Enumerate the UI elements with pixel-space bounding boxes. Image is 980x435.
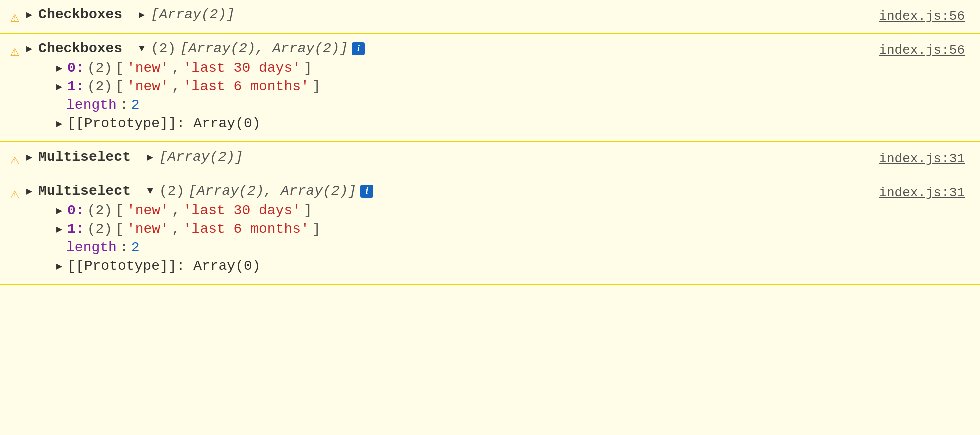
array-triangle-2[interactable]: ▼: [139, 43, 145, 54]
inline-content-1: ▶ Checkboxes ▶ [Array(2)]: [26, 7, 235, 22]
row-left-2: ⚠ ▶ Checkboxes ▼ (2) [Array(2), Array(2)…: [10, 41, 869, 132]
array-label-4: [Array(2), Array(2)]: [188, 184, 356, 199]
file-link-1[interactable]: index.js:56: [879, 9, 965, 24]
sub-row-length: length : 2: [26, 98, 365, 113]
array-label-3: [Array(2)]: [159, 150, 243, 165]
item-val-4-1-0: 'new': [127, 222, 169, 237]
bracket-open-4-1: [: [115, 222, 124, 237]
colon-length: :: [120, 98, 128, 113]
count-2: (2): [151, 41, 176, 56]
label-checkboxes-2: Checkboxes: [38, 41, 122, 56]
content-3: ▶ Multiselect ▶ [Array(2)]: [26, 150, 243, 165]
file-link-4[interactable]: index.js:31: [879, 186, 965, 200]
console-row-4: ⚠ ▶ Multiselect ▼ (2) [Array(2), Array(2…: [0, 176, 980, 285]
inline-content-2: ▶ Checkboxes ▼ (2) [Array(2), Array(2)] …: [26, 41, 365, 56]
info-badge-2: i: [352, 42, 365, 56]
console-row-3: ⚠ ▶ Multiselect ▶ [Array(2)] index.js:31: [0, 142, 980, 176]
comma-0: ,: [172, 60, 180, 76]
colon-length-4: :: [120, 240, 128, 256]
item-val-4-0-1: 'last 30 days': [183, 203, 301, 218]
array-label-2: [Array(2), Array(2)]: [180, 41, 348, 56]
item-val-1-0: 'new': [127, 79, 169, 94]
count-4: (2): [159, 184, 184, 199]
item-count-4-0: (2): [87, 203, 112, 218]
warning-icon-2: ⚠: [10, 42, 19, 60]
item-val-1-1: 'last 6 months': [183, 79, 309, 94]
row-left-1: ⚠ ▶ Checkboxes ▶ [Array(2)]: [10, 7, 869, 26]
prototype-text-4: [[Prototype]]: Array(0): [67, 258, 260, 274]
array-triangle-4[interactable]: ▼: [147, 186, 153, 197]
item-triangle-4-1[interactable]: ▶: [56, 223, 62, 236]
item-triangle-1[interactable]: ▶: [56, 80, 62, 93]
comma-4-1: ,: [172, 222, 180, 237]
item-triangle-4-0[interactable]: ▶: [56, 204, 62, 217]
separator-4: [135, 184, 143, 199]
console-row-2: ⚠ ▶ Checkboxes ▼ (2) [Array(2), Array(2)…: [0, 34, 980, 142]
item-count-1: (2): [87, 79, 112, 94]
bracket-close-0: ]: [304, 60, 312, 76]
sub-rows-4: ▶ 0: (2) [ 'new' , 'last 30 days' ] ▶ 1:…: [26, 203, 373, 274]
comma-4-0: ,: [172, 203, 180, 218]
file-link-3[interactable]: index.js:31: [879, 152, 965, 166]
comma-1: ,: [172, 79, 180, 94]
prototype-text: [[Prototype]]: Array(0): [67, 116, 260, 132]
label-checkboxes-1: Checkboxes: [38, 7, 122, 22]
sub-row-4-1: ▶ 1: (2) [ 'new' , 'last 6 months' ]: [26, 222, 373, 237]
item-val-4-0-0: 'new': [127, 203, 169, 218]
content-2: ▶ Checkboxes ▼ (2) [Array(2), Array(2)] …: [26, 41, 365, 132]
item-triangle-0[interactable]: ▶: [56, 62, 62, 74]
sub-row-1: ▶ 1: (2) [ 'new' , 'last 6 months' ]: [26, 79, 365, 94]
length-val-4: 2: [131, 240, 140, 256]
proto-triangle-4[interactable]: ▶: [56, 260, 62, 272]
warning-icon-3: ⚠: [10, 150, 19, 169]
inline-content-3: ▶ Multiselect ▶ [Array(2)]: [26, 150, 243, 165]
length-val: 2: [131, 98, 140, 113]
separator-2: [126, 41, 135, 56]
bracket-open-0: [: [115, 60, 124, 76]
length-key-4: length: [66, 240, 117, 256]
index-4-1: 1:: [67, 222, 84, 237]
row-left-3: ⚠ ▶ Multiselect ▶ [Array(2)]: [10, 150, 869, 169]
array-triangle-1[interactable]: ▶: [139, 8, 145, 21]
array-triangle-3[interactable]: ▶: [147, 151, 153, 164]
item-count-0: (2): [87, 60, 112, 76]
content-1: ▶ Checkboxes ▶ [Array(2)]: [26, 7, 235, 22]
item-count-4-1: (2): [87, 222, 112, 237]
item-val-4-1-1: 'last 6 months': [183, 222, 309, 237]
separator-1: [126, 7, 135, 22]
index-4-0: 0:: [67, 203, 84, 218]
inline-content-4: ▶ Multiselect ▼ (2) [Array(2), Array(2)]…: [26, 184, 373, 199]
separator-3: [135, 150, 143, 165]
bracket-close-4-0: ]: [304, 203, 312, 218]
proto-triangle[interactable]: ▶: [56, 118, 62, 130]
expand-triangle-1[interactable]: ▶: [26, 8, 32, 21]
warning-icon-4: ⚠: [10, 184, 19, 203]
sub-row-proto: ▶ [[Prototype]]: Array(0): [26, 116, 365, 132]
console-row-1: ⚠ ▶ Checkboxes ▶ [Array(2)] index.js:56: [0, 0, 980, 34]
info-badge-4: i: [360, 185, 373, 198]
sub-row-0: ▶ 0: (2) [ 'new' , 'last 30 days' ]: [26, 60, 365, 76]
label-multiselect-4: Multiselect: [38, 184, 131, 199]
index-0: 0:: [67, 60, 84, 76]
expand-triangle-3[interactable]: ▶: [26, 151, 32, 164]
index-1: 1:: [67, 79, 84, 94]
sub-row-4-proto: ▶ [[Prototype]]: Array(0): [26, 258, 373, 274]
bracket-close-1: ]: [312, 79, 321, 94]
bracket-open-1: [: [115, 79, 124, 94]
length-key: length: [66, 98, 117, 113]
sub-rows-2: ▶ 0: (2) [ 'new' , 'last 30 days' ] ▶ 1:…: [26, 60, 365, 132]
expand-triangle-4[interactable]: ▶: [26, 185, 32, 198]
label-multiselect-3: Multiselect: [38, 150, 131, 165]
item-val-0-0: 'new': [127, 60, 169, 76]
expand-triangle-2[interactable]: ▶: [26, 42, 32, 55]
array-label-1: [Array(2)]: [151, 7, 235, 22]
content-4: ▶ Multiselect ▼ (2) [Array(2), Array(2)]…: [26, 184, 373, 274]
bracket-close-4-1: ]: [312, 222, 321, 237]
console-panel: ⚠ ▶ Checkboxes ▶ [Array(2)] index.js:56 …: [0, 0, 980, 285]
item-val-0-1: 'last 30 days': [183, 60, 301, 76]
warning-icon-1: ⚠: [10, 8, 19, 26]
row-left-4: ⚠ ▶ Multiselect ▼ (2) [Array(2), Array(2…: [10, 184, 869, 274]
file-link-2[interactable]: index.js:56: [879, 43, 965, 58]
bracket-open-4-0: [: [115, 203, 124, 218]
sub-row-4-0: ▶ 0: (2) [ 'new' , 'last 30 days' ]: [26, 203, 373, 218]
